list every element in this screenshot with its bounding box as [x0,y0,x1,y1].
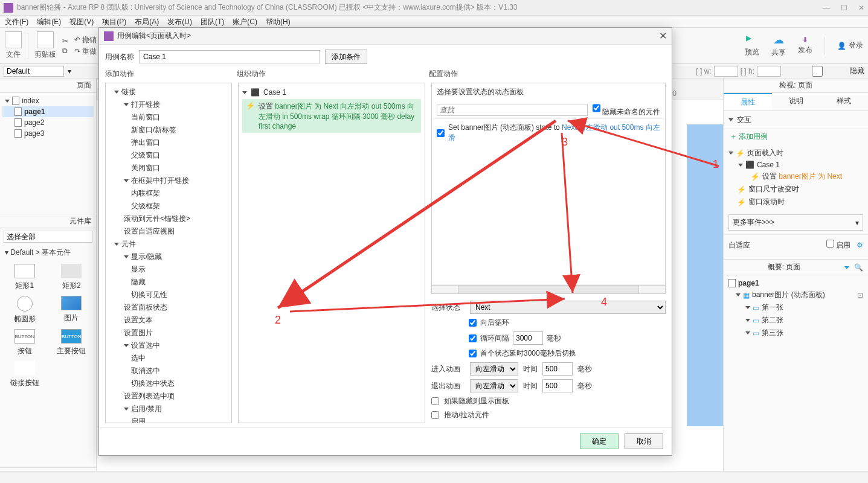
library-breadcrumb[interactable]: ▾ Default > 基本元件 [0,245,96,260]
action-tree-node[interactable]: 取消选中 [107,365,230,377]
style-name-input[interactable] [4,66,64,77]
adaptive-settings-icon[interactable]: ⚙ [857,241,863,249]
shape-rect2[interactable]: 矩形2 [51,264,93,291]
menu-item[interactable]: 视图(V) [69,17,94,26]
hide-unnamed-checkbox[interactable]: 隐藏未命名的元件 [593,102,660,117]
wrap-checkbox[interactable]: 向后循环 [469,316,666,330]
tab-style[interactable]: 样式 [820,93,868,110]
menu-item[interactable]: 帮助(H) [266,17,291,26]
search-icon[interactable]: 🔍 [854,263,863,272]
organize-action-row[interactable]: ⚡ 设置 banner图片 为 Next 向左滑动 out 500ms 向左滑动… [242,99,421,133]
isolate-icon[interactable]: ⊡ [857,291,863,299]
ok-button[interactable]: 确定 [580,433,619,449]
anim-out-time-input[interactable] [542,379,573,392]
tab-notes[interactable]: 说明 [772,93,820,110]
page-item-page3[interactable]: page3 [2,128,94,139]
banner-widget[interactable] [687,124,723,426]
outline-state3[interactable]: ▭第三张 [728,327,863,339]
action-tree-node[interactable]: 链接 [107,86,230,98]
menu-item[interactable]: 编辑(E) [37,17,61,26]
event-window-scroll[interactable]: ⚡窗口滚动时 [728,196,863,208]
anim-in-time-input[interactable] [542,362,573,376]
action-tree-node[interactable]: 元件 [107,238,230,251]
menu-item[interactable]: 账户(C) [233,17,257,26]
action-tree-node[interactable]: 设置列表选中项 [107,390,230,403]
redo-button[interactable]: ↷ 重做 [74,46,97,57]
publish-button[interactable]: ⬇ 发布 [798,36,812,56]
action-tree-node[interactable]: 显示/隐藏 [107,251,230,263]
shape-ellipse[interactable]: 椭圆形 [4,296,46,324]
action-tree-node[interactable]: 设置文本 [107,314,230,327]
hidden-checkbox[interactable]: 隐藏 [787,66,864,77]
anim-in-select[interactable]: 向左滑动 [470,362,518,376]
page-item-page1[interactable]: page1 [2,106,94,117]
action-tree-node[interactable]: 弹出窗口 [107,136,230,149]
action-tree-node[interactable]: 启用/禁用 [107,403,230,415]
undo-button[interactable]: ↶ 撤销 [74,35,97,45]
action-tree-node[interactable]: 父级窗口 [107,149,230,162]
add-condition-button[interactable]: 添加条件 [325,50,367,64]
event-window-resize[interactable]: ⚡窗口尺寸改变时 [728,183,863,196]
action-tree-node[interactable]: 父级框架 [107,200,230,213]
close-button[interactable]: ✕ [858,4,864,12]
action-tree-node[interactable]: 内联框架 [107,187,230,200]
action-tree-node[interactable]: 打开链接 [107,98,230,111]
style-dropdown-icon[interactable]: ▾ [68,67,71,75]
width-input[interactable] [714,66,738,77]
action-tree-node[interactable]: 设置自适应视图 [107,225,230,238]
share-button[interactable]: ☁ 共享 [771,33,786,58]
case-name-input[interactable] [139,50,320,63]
shape-link-button[interactable]: 链接按钮 [4,361,46,388]
action-set-banner[interactable]: ⚡设置 设置 banner图片 为 Nextbanner图片 为 Next [728,170,863,183]
action-tree-node[interactable]: 选中 [107,352,230,365]
shape-primary-button[interactable]: BUTTON主要按钮 [51,329,93,356]
outline-root[interactable]: page1 [728,278,863,289]
maximize-button[interactable]: ☐ [841,4,847,12]
show-if-hidden-checkbox[interactable]: 如果隐藏则显示面板 [431,394,666,408]
shape-button[interactable]: BUTTON按钮 [4,329,46,356]
outline-state1[interactable]: ▭第一张 [728,301,863,314]
file-block[interactable]: 文件 [5,31,22,60]
case-1-row[interactable]: ⬛Case 1 [728,159,863,170]
add-case-link[interactable]: ＋ 添加用例 [724,129,868,144]
preview-button[interactable]: ▶ 预览 [745,34,759,57]
menu-item[interactable]: 项目(P) [102,17,126,26]
enable-adaptive-checkbox[interactable]: 启用 [826,240,850,251]
action-tree-node[interactable]: 隐藏 [107,276,230,289]
action-tree-node[interactable]: 新窗口/新标签 [107,124,230,136]
library-select-input[interactable] [4,231,92,243]
configure-search-input[interactable] [437,104,588,116]
tab-properties[interactable]: 属性 [724,93,772,110]
action-tree-node[interactable]: 启用 [107,415,230,423]
push-pull-checkbox[interactable]: 推动/拉动元件 [431,408,666,422]
menu-item[interactable]: 团队(T) [201,17,224,26]
event-page-load[interactable]: ⚡页面载入时 [728,147,863,159]
shape-rect1[interactable]: 矩形1 [4,264,46,291]
clipboard-block[interactable]: 剪贴板 [34,31,56,60]
action-tree-node[interactable]: 关闭窗口 [107,162,230,174]
menu-item[interactable]: 发布(U) [167,17,192,26]
height-input[interactable] [757,66,781,77]
delay-first-checkbox[interactable]: 首个状态延时3000毫秒后切换 [469,347,666,360]
loop-interval-input[interactable] [513,331,543,345]
target-checkbox[interactable] [437,129,445,137]
shape-image[interactable]: 图片 [51,296,93,324]
action-tree-node[interactable]: 切换可见性 [107,289,230,301]
action-tree-node[interactable]: 显示 [107,263,230,276]
cancel-button[interactable]: 取消 [625,433,663,449]
action-tree-node[interactable]: 滚动到元件<锚链接> [107,213,230,225]
action-tree-node[interactable]: 设置图片 [107,327,230,339]
action-tree-node[interactable]: 当前窗口 [107,111,230,124]
login-button[interactable]: 👤 登录 [837,40,863,51]
state-select[interactable]: Next [470,301,666,314]
dialog-close-button[interactable]: ✕ [659,30,667,42]
menu-item[interactable]: 布局(A) [135,17,159,26]
action-tree-node[interactable]: 设置选中 [107,339,230,352]
more-events-dropdown[interactable]: 更多事件>>>▾ [728,214,863,231]
page-item-index[interactable]: index [2,95,94,106]
action-tree-node[interactable]: 切换选中状态 [107,377,230,390]
loop-checkbox[interactable] [469,334,477,342]
organize-case-row[interactable]: ⬛Case 1 [242,88,421,97]
outline-state2[interactable]: ▭第二张 [728,314,863,327]
configure-target-row[interactable]: Set banner图片 (动态面板) state to Next 向左滑动 o… [437,121,660,144]
